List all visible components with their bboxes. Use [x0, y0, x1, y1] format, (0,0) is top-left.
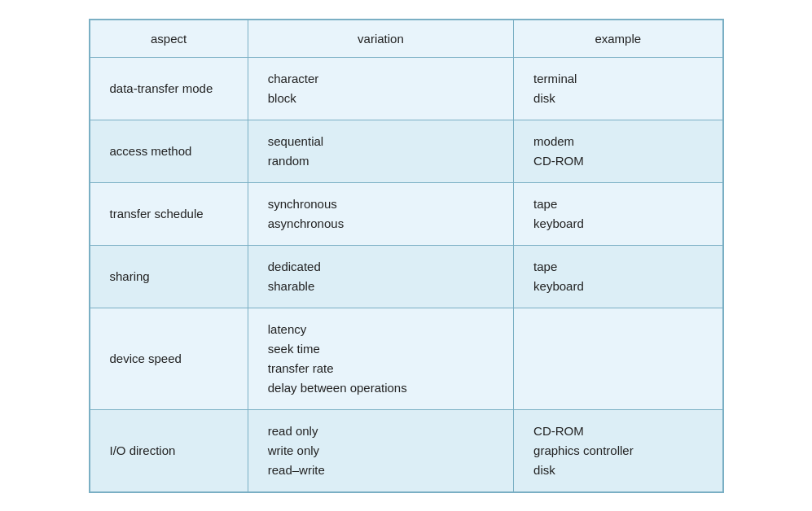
header-variation: variation	[248, 20, 513, 57]
table-row: transfer schedulesynchronousasynchronous…	[90, 182, 722, 245]
cell-example: tapekeyboard	[514, 182, 722, 245]
cell-example: terminaldisk	[514, 57, 722, 120]
table-row: I/O directionread onlywrite onlyread–wri…	[90, 409, 722, 491]
table-row: device speedlatencyseek timetransfer rat…	[90, 308, 722, 409]
characteristics-table: aspect variation example data-transfer m…	[90, 20, 723, 492]
cell-variation: latencyseek timetransfer ratedelay betwe…	[248, 308, 513, 409]
cell-example: CD-ROMgraphics controllerdisk	[514, 409, 722, 491]
header-example: example	[514, 20, 722, 57]
table-header-row: aspect variation example	[90, 20, 722, 57]
cell-variation: synchronousasynchronous	[248, 182, 513, 245]
cell-aspect: sharing	[90, 245, 248, 308]
table-row: sharingdedicatedsharabletapekeyboard	[90, 245, 722, 308]
cell-variation: characterblock	[248, 57, 513, 120]
cell-aspect: I/O direction	[90, 409, 248, 491]
main-table-wrapper: aspect variation example data-transfer m…	[89, 19, 724, 493]
cell-aspect: transfer schedule	[90, 182, 248, 245]
cell-example: tapekeyboard	[514, 245, 722, 308]
cell-example	[514, 308, 722, 409]
cell-aspect: data-transfer mode	[90, 57, 248, 120]
header-aspect: aspect	[90, 20, 248, 57]
table-row: access methodsequentialrandommodemCD-ROM	[90, 120, 722, 182]
cell-aspect: device speed	[90, 308, 248, 409]
cell-variation: sequentialrandom	[248, 120, 513, 182]
table-row: data-transfer modecharacterblockterminal…	[90, 57, 722, 120]
cell-aspect: access method	[90, 120, 248, 182]
cell-variation: read onlywrite onlyread–write	[248, 409, 513, 491]
cell-variation: dedicatedsharable	[248, 245, 513, 308]
cell-example: modemCD-ROM	[514, 120, 722, 182]
